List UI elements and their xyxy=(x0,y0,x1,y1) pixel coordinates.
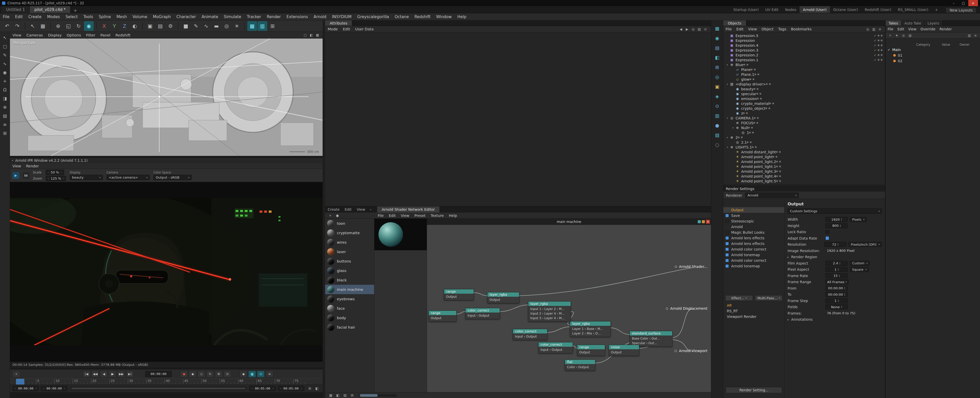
layout-button[interactable]: Redshift (User) xyxy=(861,6,894,13)
noise[interactable]: noise Output xyxy=(609,345,639,356)
camera-dropdown[interactable]: <active camera>▾ xyxy=(107,175,150,180)
tab-objects[interactable]: Objects xyxy=(723,21,746,26)
history-back-icon[interactable]: ◀ xyxy=(678,26,684,32)
goto-end-button[interactable]: ▶| xyxy=(126,371,134,377)
menu-item[interactable]: Edit xyxy=(12,14,25,19)
zoom-field[interactable]: ‹125 %› xyxy=(46,176,66,181)
color_correct[interactable]: color_correct Input ‹ Output xyxy=(538,342,573,353)
attributes-menu-item[interactable]: User Data xyxy=(353,27,376,31)
ipr-menu-item[interactable]: Render xyxy=(24,164,41,168)
object-row[interactable]: ▱ Plane.1 xyxy=(723,72,885,77)
node-title[interactable]: range xyxy=(577,345,605,349)
take-row[interactable]: 01 xyxy=(886,53,980,58)
objects-menu-item[interactable]: File xyxy=(723,27,734,31)
effect-checkbox[interactable] xyxy=(725,236,729,240)
node-graph-title-bar[interactable]: main machine × xyxy=(427,219,711,225)
object-row[interactable]: ☀ Arnold point_light.5 xyxy=(723,178,885,183)
material-row[interactable]: cryptomatte xyxy=(325,228,374,237)
render-settings-item[interactable]: Save xyxy=(723,213,784,218)
objects-menu-item[interactable]: Tags xyxy=(776,27,789,31)
render-settings-item[interactable]: Arnold lens effects xyxy=(723,241,784,247)
menu-item[interactable]: MoGraph xyxy=(150,14,173,19)
menu-item[interactable]: Tracker xyxy=(244,14,264,19)
expand-arrow-icon[interactable]: ▾ xyxy=(725,146,729,148)
menu-item[interactable]: Redshift xyxy=(412,14,433,19)
panel-icon-9[interactable]: ⊙ xyxy=(713,102,721,110)
panel-icon-10[interactable]: ▥ xyxy=(713,111,721,120)
visibility-dots[interactable] xyxy=(752,146,757,148)
display-dropdown[interactable]: beauty▾ xyxy=(70,175,103,180)
visibility-dots[interactable] xyxy=(773,156,777,158)
visibility-dots[interactable] xyxy=(748,127,753,129)
coordinate-system-icon[interactable]: ◐ xyxy=(130,21,140,31)
visibility-dots[interactable] xyxy=(878,40,883,41)
tag-enabled-icon[interactable]: ✓ xyxy=(873,39,878,42)
tag-enabled-icon[interactable]: ✓ xyxy=(873,48,878,52)
toolbar-icon[interactable] xyxy=(178,22,178,30)
column-category[interactable]: Category xyxy=(916,43,942,46)
filter-icon[interactable]: ▥ xyxy=(966,33,972,38)
take-row[interactable]: 02 xyxy=(886,58,980,64)
layers-icon[interactable]: ▤ xyxy=(1,112,9,119)
close-graph-icon[interactable]: × xyxy=(706,220,710,224)
goto-start-button[interactable]: |◀ xyxy=(83,371,90,377)
object-row[interactable]: ⊚ FOCUS xyxy=(723,120,885,125)
expand-arrow-icon[interactable]: ▾ xyxy=(725,64,729,66)
rect-selection-icon[interactable]: ▦ xyxy=(38,21,48,31)
key-position-icon[interactable]: ◆ xyxy=(189,371,197,377)
visibility-dots[interactable] xyxy=(878,35,883,37)
color_correct[interactable]: color_correct Input ‹ Output xyxy=(465,308,500,319)
visibility-dots[interactable] xyxy=(776,161,781,162)
menu-item[interactable]: Character xyxy=(173,14,199,19)
material-row[interactable]: main machine xyxy=(325,285,374,294)
takes-menu-item[interactable]: Override xyxy=(918,27,937,31)
takes-menu-item[interactable]: View xyxy=(906,27,918,31)
layout-button[interactable]: Nodes xyxy=(782,6,800,13)
object-row[interactable]: ◉ beauty xyxy=(723,86,885,91)
object-row[interactable]: ▾ ⊕ Null xyxy=(723,125,885,130)
object-row[interactable]: ◎ 2.1 xyxy=(723,140,885,145)
visibility-dots[interactable] xyxy=(749,132,754,134)
collapse-timeline-icon[interactable]: « xyxy=(13,371,20,377)
visibility-dots[interactable] xyxy=(749,78,754,80)
add-shader-icon[interactable]: + xyxy=(327,213,333,218)
expand-arrow-icon[interactable]: ▾ xyxy=(725,117,729,119)
selection-icon[interactable]: ↖ xyxy=(1,34,9,41)
visibility-dots[interactable] xyxy=(753,122,758,124)
object-row[interactable]: ◉ crypto_object xyxy=(723,106,885,111)
render-settings-item[interactable]: Arnold tonemap xyxy=(723,263,784,269)
maximize-button[interactable]: ▢ xyxy=(959,0,968,6)
render-mode-item[interactable]: AR xyxy=(723,302,784,308)
light-icon[interactable]: ☀ xyxy=(232,21,242,31)
timeline-ruler[interactable]: 051015202530354045505560657075 xyxy=(10,378,323,384)
redo-icon[interactable]: ↷ xyxy=(13,21,22,31)
toolbar-icon[interactable] xyxy=(96,22,97,30)
pen-icon[interactable]: ✎ xyxy=(1,51,9,59)
camera-icon[interactable]: ◎ xyxy=(222,21,231,31)
field-value[interactable]: 1920 x 800 Pixel▴▾▾ xyxy=(825,248,856,253)
visibility-dots[interactable] xyxy=(756,93,761,95)
camera-icon[interactable]: ◎ xyxy=(900,33,907,38)
layer_rgba[interactable]: layer_rgba Layer 1 ‹ Base ‹ M… Layer 2 ‹… xyxy=(570,321,611,337)
render-setting-button[interactable]: Render Setting... xyxy=(726,387,782,393)
field-unit-dropdown[interactable]: Square▾ xyxy=(850,267,869,272)
material-row[interactable]: wires xyxy=(325,237,374,247)
panel-icon-13[interactable]: ○ xyxy=(713,140,721,149)
menu-item[interactable]: Select xyxy=(63,14,81,19)
node-title[interactable]: flat xyxy=(565,360,595,364)
layer_rgba[interactable]: layer_rgba Output xyxy=(487,292,519,303)
render-settings-icon[interactable]: ⚙ xyxy=(165,21,175,31)
render-settings-item[interactable]: Arnold tonemap xyxy=(723,252,784,258)
render-settings-header[interactable]: Render Settings xyxy=(723,186,885,191)
render-settings-item[interactable]: Arnold lens effects xyxy=(723,235,784,241)
material-menu-item[interactable]: Create xyxy=(325,207,342,212)
node-graph-canvas[interactable]: range Output layer_rgba Output layer_rgb… xyxy=(427,225,711,392)
visibility-dots[interactable] xyxy=(747,141,752,143)
object-row[interactable]: ▣ Expression.5 ✓ xyxy=(723,33,885,38)
panel-icon-11[interactable]: ● xyxy=(713,121,721,130)
flat[interactable]: flat Color ‹ Output xyxy=(565,360,595,371)
effect-checkbox[interactable] xyxy=(725,220,729,223)
spline-icon[interactable]: ∿ xyxy=(1,60,9,68)
render-settings-item[interactable]: Arnold color correct xyxy=(723,247,784,252)
object-row[interactable]: ▾ ⊕ Blue xyxy=(723,62,885,67)
